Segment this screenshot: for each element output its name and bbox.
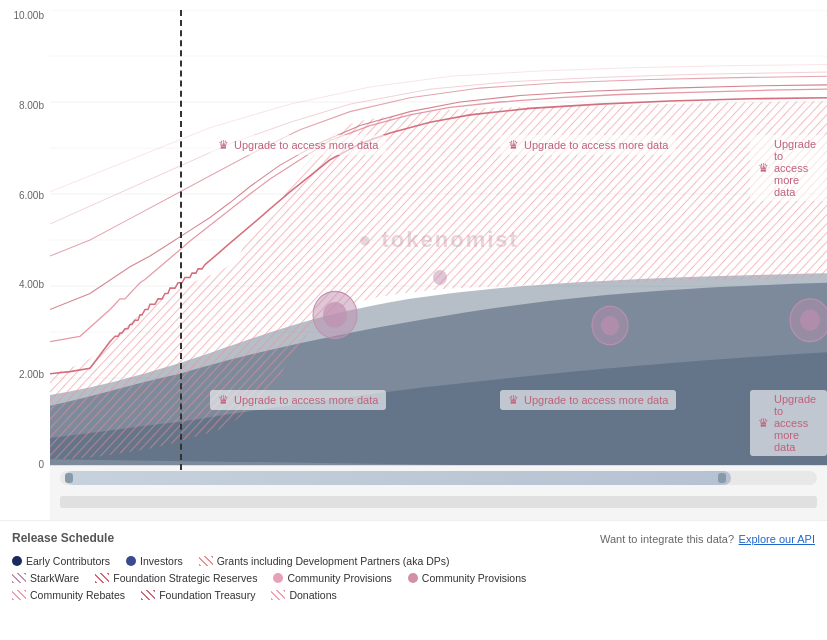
svg-point-20 bbox=[800, 310, 820, 331]
today-line: Today bbox=[180, 10, 182, 470]
legend-item-community-provisions-2: Community Provisions bbox=[408, 572, 526, 584]
upgrade-text-6: Upgrade to access more data bbox=[774, 393, 819, 453]
grants-swatch bbox=[199, 556, 213, 566]
crown-icon-4: ♛ bbox=[218, 393, 229, 407]
foundation-reserves-swatch bbox=[95, 573, 109, 583]
y-label-2: 2.00b bbox=[19, 369, 44, 380]
legend-title: Release Schedule bbox=[12, 531, 114, 545]
community-provisions-2-label: Community Provisions bbox=[422, 572, 526, 584]
y-label-4: 4.00b bbox=[19, 279, 44, 290]
api-prompt-container: Want to integrate this data? Explore our… bbox=[600, 529, 815, 547]
y-label-8: 8.00b bbox=[19, 100, 44, 111]
chart-container: 10.00b 8.00b 6.00b 4.00b 2.00b 0 bbox=[0, 0, 827, 520]
legend-item-community-rebates: Community Rebates bbox=[12, 589, 125, 601]
upgrade-banner-4[interactable]: ♛ Upgrade to access more data bbox=[210, 390, 386, 410]
scrollbar-handle-left[interactable] bbox=[65, 473, 73, 483]
grants-label: Grants including Development Partners (a… bbox=[217, 555, 450, 567]
upgrade-text-3: Upgrade to access more data bbox=[774, 138, 819, 198]
scrollbar-mini bbox=[60, 496, 817, 508]
upgrade-banner-3[interactable]: ♛ Upgrade to access more data bbox=[750, 135, 827, 201]
donations-swatch bbox=[271, 590, 285, 600]
api-prompt-text: Want to integrate this data? bbox=[600, 533, 734, 545]
legend-item-grants: Grants including Development Partners (a… bbox=[199, 555, 450, 567]
foundation-treasury-label: Foundation Treasury bbox=[159, 589, 255, 601]
foundation-reserves-label: Foundation Strategic Reserves bbox=[113, 572, 257, 584]
upgrade-text-1: Upgrade to access more data bbox=[234, 139, 378, 151]
legend-item-foundation-treasury: Foundation Treasury bbox=[141, 589, 255, 601]
y-label-0: 0 bbox=[38, 459, 44, 470]
early-contributors-dot bbox=[12, 556, 22, 566]
legend-area: Release Schedule Want to integrate this … bbox=[0, 520, 827, 640]
crown-icon-5: ♛ bbox=[508, 393, 519, 407]
community-rebates-label: Community Rebates bbox=[30, 589, 125, 601]
legend-header: Release Schedule Want to integrate this … bbox=[12, 529, 815, 547]
upgrade-banner-5[interactable]: ♛ Upgrade to access more data bbox=[500, 390, 676, 410]
community-provisions-2-dot bbox=[408, 573, 418, 583]
legend-row-1: Early Contributors Investors Grants incl… bbox=[12, 555, 815, 567]
donations-label: Donations bbox=[289, 589, 336, 601]
upgrade-text-5: Upgrade to access more data bbox=[524, 394, 668, 406]
chart-area: Today ● tokenomist ♛ Upgrade to access m… bbox=[50, 10, 827, 470]
legend-item-community-provisions-1: Community Provisions bbox=[273, 572, 391, 584]
investors-label: Investors bbox=[140, 555, 183, 567]
y-label-10: 10.00b bbox=[13, 10, 44, 21]
legend-item-early-contributors: Early Contributors bbox=[12, 555, 110, 567]
api-link[interactable]: Explore our API bbox=[739, 533, 815, 545]
svg-point-18 bbox=[601, 316, 619, 335]
legend-row-2: StarkWare Foundation Strategic Reserves … bbox=[12, 572, 815, 584]
legend-item-donations: Donations bbox=[271, 589, 336, 601]
upgrade-banner-6[interactable]: ♛ Upgrade to access more data bbox=[750, 390, 827, 456]
foundation-treasury-swatch bbox=[141, 590, 155, 600]
starkware-swatch bbox=[12, 573, 26, 583]
upgrade-text-4: Upgrade to access more data bbox=[234, 394, 378, 406]
legend-item-starkware: StarkWare bbox=[12, 572, 79, 584]
crown-icon-3: ♛ bbox=[758, 161, 769, 175]
upgrade-banner-1[interactable]: ♛ Upgrade to access more data bbox=[210, 135, 386, 155]
scrollbar-area[interactable] bbox=[50, 465, 827, 520]
watermark: ● tokenomist bbox=[358, 227, 519, 253]
scrollbar-thumb[interactable] bbox=[65, 471, 731, 485]
community-provisions-1-dot bbox=[273, 573, 283, 583]
legend-item-foundation-reserves: Foundation Strategic Reserves bbox=[95, 572, 257, 584]
upgrade-banner-2[interactable]: ♛ Upgrade to access more data bbox=[500, 135, 676, 155]
early-contributors-label: Early Contributors bbox=[26, 555, 110, 567]
svg-point-21 bbox=[433, 270, 447, 285]
crown-icon-6: ♛ bbox=[758, 416, 769, 430]
community-rebates-swatch bbox=[12, 590, 26, 600]
crown-icon-2: ♛ bbox=[508, 138, 519, 152]
scrollbar-handle-right[interactable] bbox=[718, 473, 726, 483]
crown-icon-1: ♛ bbox=[218, 138, 229, 152]
legend-item-investors: Investors bbox=[126, 555, 183, 567]
y-label-6: 6.00b bbox=[19, 190, 44, 201]
scrollbar-track[interactable] bbox=[60, 471, 817, 485]
y-axis: 10.00b 8.00b 6.00b 4.00b 2.00b 0 bbox=[0, 10, 50, 470]
legend-row-3: Community Rebates Foundation Treasury Do… bbox=[12, 589, 815, 601]
starkware-label: StarkWare bbox=[30, 572, 79, 584]
svg-point-16 bbox=[323, 302, 347, 328]
community-provisions-1-label: Community Provisions bbox=[287, 572, 391, 584]
investors-dot bbox=[126, 556, 136, 566]
upgrade-text-2: Upgrade to access more data bbox=[524, 139, 668, 151]
